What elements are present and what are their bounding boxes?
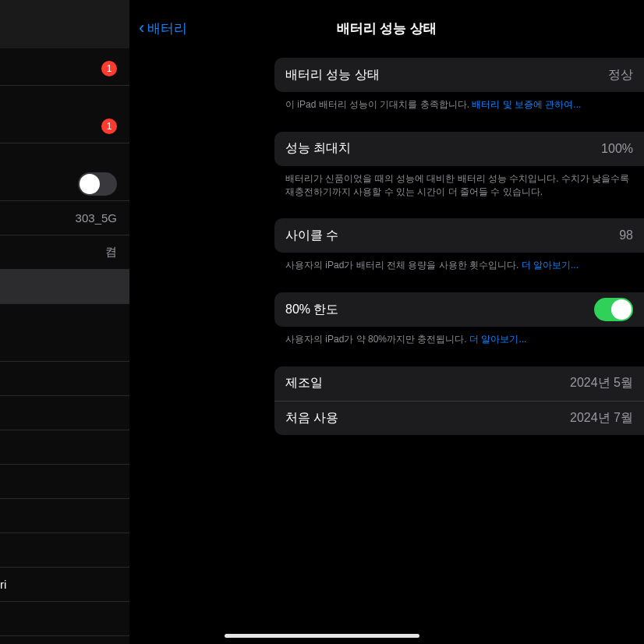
cell-value: 정상 — [608, 67, 633, 83]
cell-label: 배터리 성능 상태 — [285, 67, 380, 83]
sidebar-item[interactable] — [0, 327, 129, 362]
group-battery-health: 배터리 성능 상태 정상 이 iPad 배터리 성능이 기대치를 충족합니다. … — [274, 58, 644, 126]
sidebar-item[interactable] — [0, 533, 129, 568]
notification-badge: 1 — [101, 119, 117, 134]
home-indicator[interactable] — [225, 634, 419, 638]
sidebar: 1 1 303_5G 켬 ri — [0, 0, 129, 644]
cell-value: 100% — [601, 142, 633, 156]
footer-charge-limit: 사용자의 iPad가 약 80%까지만 충전됩니다. 더 알아보기... — [274, 327, 644, 360]
wifi-value: 303_5G — [76, 211, 117, 225]
cell-label: 처음 사용 — [285, 410, 338, 426]
cell-charge-limit[interactable]: 80% 한도 — [274, 292, 644, 327]
cell-max-capacity[interactable]: 성능 최대치 100% — [274, 132, 644, 166]
cell-value: 2024년 7월 — [570, 410, 633, 426]
chevron-left-icon: ‹ — [139, 18, 144, 38]
cell-label: 제조일 — [285, 375, 323, 391]
sidebar-item-battery[interactable] — [0, 270, 129, 304]
cell-label: 성능 최대치 — [285, 140, 351, 157]
sidebar-item-safari[interactable]: ri — [0, 568, 129, 602]
sidebar-header — [0, 0, 129, 48]
sidebar-item[interactable] — [0, 499, 129, 533]
sidebar-item[interactable] — [0, 362, 129, 396]
group-dates: 제조일 2024년 5월 처음 사용 2024년 7월 — [274, 366, 644, 435]
group-cycle-count: 사이클 수 98 사용자의 iPad가 배터리 전체 용량을 사용한 횟수입니다… — [274, 218, 644, 286]
charge-limit-toggle[interactable] — [594, 298, 633, 321]
nav-header: ‹ 배터리 배터리 성능 상태 — [129, 0, 644, 42]
footer-max-capacity: 배터리가 신품이었을 때의 성능에 대비한 배터리 성능 수치입니다. 수치가 … — [274, 166, 644, 213]
cell-manufacture-date[interactable]: 제조일 2024년 5월 — [274, 366, 644, 401]
link-learn-more-cycles[interactable]: 더 알아보기... — [522, 260, 579, 271]
sidebar-item-bluetooth[interactable]: 켬 — [0, 235, 129, 270]
footer-battery-health: 이 iPad 배터리 성능이 기대치를 충족합니다. 배터리 및 보증에 관하여… — [274, 92, 644, 126]
sidebar-item[interactable] — [0, 396, 129, 430]
sidebar-item[interactable] — [0, 430, 129, 465]
back-label: 배터리 — [147, 19, 187, 37]
sidebar-item-airplane[interactable] — [0, 167, 129, 201]
bluetooth-value: 켬 — [105, 245, 117, 260]
cell-battery-health[interactable]: 배터리 성능 상태 정상 — [274, 58, 644, 92]
back-button[interactable]: ‹ 배터리 — [129, 18, 187, 38]
content-pane: ‹ 배터리 배터리 성능 상태 배터리 성능 상태 정상 이 iPad 배터리 … — [129, 0, 644, 644]
airplane-toggle[interactable] — [78, 172, 117, 196]
sidebar-item-general[interactable]: 1 — [0, 51, 129, 86]
cell-value: 2024년 5월 — [570, 375, 633, 391]
notification-badge: 1 — [101, 61, 117, 76]
footer-cycle-count: 사용자의 iPad가 배터리 전체 용량을 사용한 횟수입니다. 더 알아보기.… — [274, 253, 644, 286]
cell-value: 98 — [619, 228, 633, 242]
sidebar-item-wifi[interactable]: 303_5G — [0, 201, 129, 235]
sidebar-item[interactable] — [0, 465, 129, 499]
sidebar-item-software-update[interactable]: 1 — [0, 109, 129, 143]
sidebar-item[interactable] — [0, 602, 129, 636]
cell-cycle-count[interactable]: 사이클 수 98 — [274, 218, 644, 253]
group-charge-limit: 80% 한도 사용자의 iPad가 약 80%까지만 충전됩니다. 더 알아보기… — [274, 292, 644, 360]
page-title: 배터리 성능 상태 — [337, 19, 437, 37]
cell-label: 80% 한도 — [285, 302, 338, 318]
link-learn-more-limit[interactable]: 더 알아보기... — [469, 334, 526, 345]
cell-label: 사이클 수 — [285, 228, 338, 244]
link-warranty[interactable]: 배터리 및 보증에 관하여... — [472, 99, 581, 110]
group-max-capacity: 성능 최대치 100% 배터리가 신품이었을 때의 성능에 대비한 배터리 성능… — [274, 132, 644, 213]
cell-first-use-date[interactable]: 처음 사용 2024년 7월 — [274, 401, 644, 435]
